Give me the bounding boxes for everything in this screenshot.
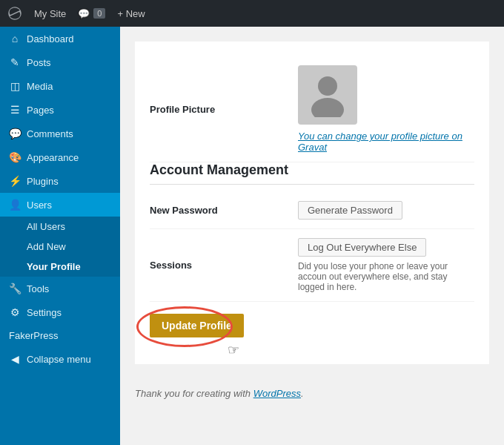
profile-picture-label: Profile Picture xyxy=(150,104,283,115)
sidebar-item-users[interactable]: 👤 Users xyxy=(0,193,120,217)
plugins-icon: ⚡ xyxy=(9,175,21,187)
sessions-label: Sessions xyxy=(150,260,283,271)
main-content: Profile Picture You can change your prof… xyxy=(120,27,504,445)
new-password-field: Generate Password xyxy=(298,201,474,220)
sessions-row: Sessions Log Out Everywhere Else Did you… xyxy=(150,229,474,302)
new-label: + New xyxy=(117,8,145,19)
sidebar-item-label-fakerpress: FakerPress xyxy=(9,330,58,341)
pages-icon: ☰ xyxy=(9,104,21,116)
sessions-field: Log Out Everywhere Else Did you lose you… xyxy=(298,238,474,292)
sidebar-item-label-comments: Comments xyxy=(27,128,73,139)
new-password-label: New Password xyxy=(150,205,283,216)
update-profile-section: Update Profile ☞ xyxy=(150,302,474,349)
sidebar-item-label-pages: Pages xyxy=(27,105,54,116)
appearance-icon: 🎨 xyxy=(9,151,21,163)
sidebar-item-comments[interactable]: 💬 Comments xyxy=(0,122,120,145)
avatar-icon xyxy=(309,73,346,117)
sidebar-item-label-collapse: Collapse menu xyxy=(27,354,91,365)
tools-icon: 🔧 xyxy=(9,283,21,294)
sidebar-item-label-tools: Tools xyxy=(27,283,49,294)
sidebar-item-posts[interactable]: ✎ Posts xyxy=(0,50,120,74)
sidebar-item-label-appearance: Appearance xyxy=(27,152,79,163)
posts-icon: ✎ xyxy=(9,56,21,68)
sidebar-item-pages[interactable]: ☰ Pages xyxy=(0,98,120,122)
account-management-heading: Account Management xyxy=(150,162,474,185)
cursor-icon: ☞ xyxy=(228,342,239,358)
sidebar-item-plugins[interactable]: ⚡ Plugins xyxy=(0,169,120,193)
site-name-item[interactable]: My Site xyxy=(34,8,66,19)
sidebar-item-fakerpress[interactable]: FakerPress xyxy=(0,324,120,347)
sidebar-submenu-your-profile[interactable]: Your Profile xyxy=(0,257,120,277)
sidebar-item-dashboard[interactable]: Dashboard xyxy=(0,27,120,50)
gravatar-link[interactable]: You can change your profile picture on G… xyxy=(298,131,474,153)
sidebar-item-label-users: Users xyxy=(27,200,52,211)
wp-logo-item[interactable] xyxy=(7,6,22,21)
sidebar-item-tools[interactable]: 🔧 Tools xyxy=(0,277,120,300)
sidebar-submenu-add-new[interactable]: Add New xyxy=(0,237,120,257)
new-password-row: New Password Generate Password xyxy=(150,192,474,229)
comments-sidebar-icon: 💬 xyxy=(9,128,21,139)
sidebar-item-appearance[interactable]: 🎨 Appearance xyxy=(0,145,120,169)
sidebar-item-settings[interactable]: ⚙ Settings xyxy=(0,300,120,324)
profile-picture-row: Profile Picture You can change your prof… xyxy=(150,56,474,162)
log-out-everywhere-button[interactable]: Log Out Everywhere Else xyxy=(298,238,426,257)
sidebar-item-label-dashboard: Dashboard xyxy=(27,33,74,44)
svg-point-0 xyxy=(318,76,337,96)
main-layout: Dashboard ✎ Posts ◫ Media ☰ Pages 💬 Comm… xyxy=(0,27,504,445)
generate-password-button[interactable]: Generate Password xyxy=(298,201,402,220)
wp-logo xyxy=(7,6,22,21)
profile-picture-field: You can change your profile picture on G… xyxy=(298,65,474,153)
comments-item[interactable]: 💬 0 xyxy=(78,8,105,19)
sessions-help-text: Did you lose your phone or leave your ac… xyxy=(298,261,474,292)
comments-count: 0 xyxy=(93,8,105,19)
sidebar-menu: Dashboard ✎ Posts ◫ Media ☰ Pages 💬 Comm… xyxy=(0,27,120,371)
sidebar: Dashboard ✎ Posts ◫ Media ☰ Pages 💬 Comm… xyxy=(0,27,120,445)
settings-icon: ⚙ xyxy=(9,306,21,318)
wordpress-link[interactable]: WordPress xyxy=(253,388,301,399)
media-icon: ◫ xyxy=(9,80,21,92)
sidebar-item-label-posts: Posts xyxy=(27,57,51,68)
sidebar-item-label-plugins: Plugins xyxy=(27,176,59,187)
sidebar-item-media[interactable]: ◫ Media xyxy=(0,74,120,98)
update-profile-button[interactable]: Update Profile xyxy=(150,314,244,337)
profile-avatar xyxy=(298,65,357,125)
svg-point-1 xyxy=(311,98,344,117)
house-icon xyxy=(9,33,21,44)
site-name: My Site xyxy=(34,8,66,19)
sidebar-item-label-media: Media xyxy=(27,81,53,92)
new-item[interactable]: + New xyxy=(117,8,145,19)
collapse-icon: ◀ xyxy=(9,353,21,365)
sidebar-submenu-all-users[interactable]: All Users xyxy=(0,217,120,237)
sidebar-item-label-settings: Settings xyxy=(27,307,62,318)
users-icon: 👤 xyxy=(9,199,21,211)
footer-text: Thank you for creating with xyxy=(135,388,253,399)
footer: Thank you for creating with WordPress. xyxy=(120,379,504,408)
users-submenu: All Users Add New Your Profile xyxy=(0,217,120,277)
admin-bar: My Site 💬 0 + New xyxy=(0,0,504,27)
content-inner: Profile Picture You can change your prof… xyxy=(135,42,489,364)
sidebar-item-collapse[interactable]: ◀ Collapse menu xyxy=(0,347,120,371)
comments-icon: 💬 xyxy=(78,8,90,19)
